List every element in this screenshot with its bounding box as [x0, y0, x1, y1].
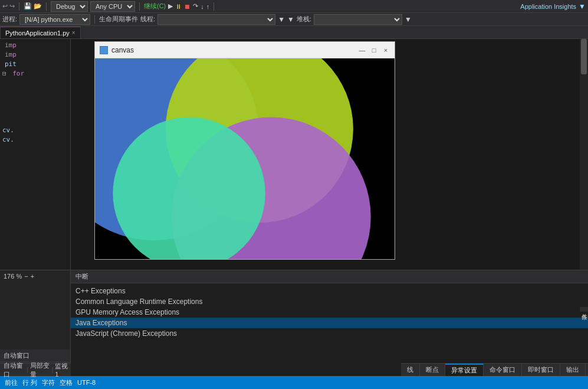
- code-normal-1: pit: [5, 60, 17, 68]
- step-over-icon[interactable]: ↷: [193, 2, 198, 10]
- canvas-close-button[interactable]: ×: [382, 46, 390, 54]
- code-keyword-3: for: [12, 70, 24, 77]
- auto-window-label: 自动窗口: [4, 351, 29, 360]
- zoom-control: 176 % − +: [0, 270, 70, 282]
- bottom-tab-command[interactable]: 命令窗口: [484, 364, 522, 376]
- zoom-minus-button[interactable]: −: [24, 273, 28, 280]
- run-arrow-icon[interactable]: ▶: [168, 2, 173, 10]
- lifecycle-label: 生命周期事件: [99, 15, 138, 24]
- filter-icon[interactable]: ▼: [278, 15, 285, 24]
- circles-visualization: [95, 58, 395, 259]
- code-line-4: ⊟ for: [0, 70, 70, 79]
- code-keyword-2: imp: [5, 51, 17, 58]
- separator-1: [19, 2, 19, 11]
- code-line-2: imp: [0, 51, 70, 60]
- save-icon[interactable]: 💾: [24, 2, 32, 10]
- canvas-window: canvas — □ ×: [94, 41, 395, 260]
- stack-arrow-icon[interactable]: ▼: [405, 15, 412, 24]
- exception-item-java[interactable]: Java Exceptions: [71, 318, 588, 328]
- watch-tab[interactable]: 监视 1: [53, 362, 71, 378]
- bottom-left-panel: 176 % − + 自动窗口 名称: [0, 270, 71, 376]
- code-line-5: cv.: [0, 126, 70, 136]
- debug-dropdown[interactable]: Debug: [51, 1, 88, 12]
- tab-filename: PythonApplication1.py: [5, 30, 70, 37]
- code-line-1: imp: [0, 41, 70, 51]
- exception-item-js[interactable]: JavaScript (Chrome) Exceptions: [71, 328, 588, 339]
- exception-item-clr[interactable]: Common Language Runtime Exceptions: [71, 296, 588, 307]
- canvas-window-icon: [100, 46, 108, 54]
- scrollbar-thumb[interactable]: [581, 39, 587, 74]
- zoom-plus-button[interactable]: +: [31, 273, 34, 280]
- code-cv-1: cv.: [2, 126, 14, 134]
- exception-item-cpp[interactable]: C++ Exceptions: [71, 286, 588, 296]
- stop-icon[interactable]: ⏹: [184, 3, 190, 10]
- separator-2: [46, 2, 47, 11]
- conditions-label: 条件: [580, 307, 588, 312]
- status-space: 空格: [60, 378, 73, 387]
- run-controls: 继续(C) ▶ ⏸ ⏹ ↷ ↓ ↑: [144, 2, 209, 11]
- status-bar: 前往 行 列 字符 空格 UTF-8: [0, 376, 588, 389]
- pause-icon[interactable]: ⏸: [175, 3, 182, 10]
- top-toolbar: ↩ ↪ 💾 📂 Debug Any CPU 继续(C) ▶ ⏸ ⏹ ↷ ↓ ↑ …: [0, 0, 588, 13]
- auto-window-bottom-tab[interactable]: 自动窗口: [0, 361, 27, 379]
- exception-list: C++ Exceptions Common Language Runtime E…: [71, 283, 588, 376]
- code-line-6: cv.: [0, 136, 70, 145]
- undo-icon[interactable]: ↩: [2, 2, 8, 10]
- step-into-icon[interactable]: ↓: [201, 3, 204, 10]
- status-goto[interactable]: 前往: [5, 378, 18, 387]
- open-icon[interactable]: 📂: [34, 2, 42, 10]
- redo-icon[interactable]: ↪: [9, 2, 15, 10]
- bottom-tab-immediate[interactable]: 即时窗口: [522, 364, 560, 376]
- step-out-icon[interactable]: ↑: [206, 3, 210, 10]
- exception-panel: 中断 C++ Exceptions Common Language Runtim…: [71, 270, 588, 376]
- toolbar-file-ops: 💾 📂: [24, 2, 42, 10]
- cpu-dropdown[interactable]: Any CPU: [90, 1, 135, 12]
- toolbar-undo-redo: ↩ ↪: [2, 2, 15, 10]
- stack-label: 堆栈:: [297, 15, 311, 24]
- zoom-value: 176 %: [4, 273, 22, 280]
- canvas-title: canvas: [111, 46, 354, 54]
- process-dropdown[interactable]: [N/A] python.exe: [19, 14, 90, 25]
- bottom-tab-exception-settings[interactable]: 异常设置: [445, 364, 484, 376]
- bottom-tab-output[interactable]: 输出: [560, 364, 586, 376]
- filter-icon2[interactable]: ▼: [287, 15, 294, 24]
- continue-button[interactable]: 继续(C): [144, 2, 166, 11]
- bottom-tab-breakpoints[interactable]: 断点: [420, 364, 445, 376]
- app-insights-dropdown-icon[interactable]: ▼: [579, 2, 586, 11]
- code-cv-2: cv.: [2, 136, 14, 143]
- exception-item-gpu[interactable]: GPU Memory Access Exceptions: [71, 307, 588, 318]
- local-vars-tab[interactable]: 局部变量: [28, 361, 52, 379]
- canvas-minimize-button[interactable]: —: [358, 46, 366, 54]
- process-label: 进程:: [2, 15, 17, 24]
- bottom-area: 176 % − + 自动窗口 名称 中断 C++ Exceptions Comm…: [0, 270, 588, 376]
- editor-tab[interactable]: PythonApplication1.py ×: [0, 27, 81, 38]
- code-line-3: pit: [0, 60, 70, 70]
- canvas-maximize-button[interactable]: □: [370, 46, 378, 54]
- exception-header: 中断: [71, 270, 588, 283]
- thread-dropdown[interactable]: [157, 14, 275, 25]
- thread-label: 线程:: [140, 15, 155, 24]
- separator-3: [139, 2, 140, 11]
- separator-5: [94, 15, 95, 24]
- tab-close-button[interactable]: ×: [72, 30, 75, 36]
- separator-4: [213, 2, 214, 11]
- status-char: 字符: [42, 378, 55, 387]
- canvas-titlebar: canvas — □ ×: [95, 42, 395, 58]
- process-toolbar: 进程: [N/A] python.exe 生命周期事件 线程: ▼ ▼ 堆栈: …: [0, 13, 588, 26]
- canvas-content: [95, 58, 395, 259]
- stack-dropdown[interactable]: [314, 14, 402, 25]
- bottom-tab-line[interactable]: 线: [401, 364, 420, 376]
- status-encoding: UTF-8: [77, 379, 96, 386]
- app-insights-label: Application Insights: [520, 3, 576, 10]
- bottom-tabs: 线 断点 异常设置 命令窗口 即时窗口 输出: [401, 363, 588, 376]
- status-line-col: 行 列: [22, 378, 37, 387]
- tab-bar: PythonApplication1.py ×: [0, 26, 588, 39]
- fold-icon[interactable]: ⊟: [2, 70, 6, 77]
- bottom-left-tabs: 自动窗口 | 局部变量 | 监视 1: [0, 363, 71, 376]
- code-keyword-1: imp: [5, 41, 17, 49]
